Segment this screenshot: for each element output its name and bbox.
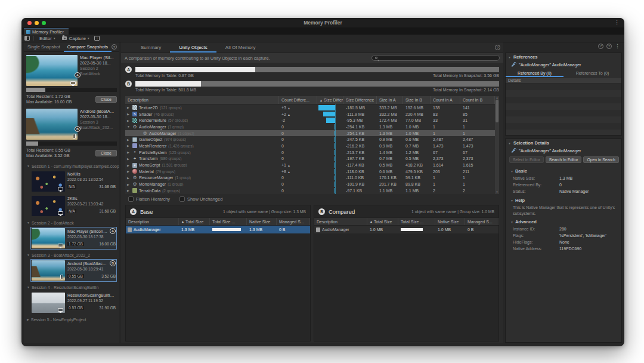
titlebar[interactable]: Memory Profiler ⋮ [21, 18, 624, 27]
import-snapshot-icon[interactable]: ↓ [94, 36, 100, 41]
table-row[interactable]: ▶ParticleSystem(125 groups)0-213.7 KB1.4… [125, 149, 495, 156]
table-row[interactable]: ▼AudioManager(1 group)0-254.1 KB1.3 MB1.… [125, 124, 495, 130]
compared-row-audiomanager[interactable]: AudioManager 1.0 MB 1.0 MB 0 B [314, 226, 499, 233]
column-native-size[interactable]: Native Size [435, 218, 465, 225]
table-row[interactable]: AudioManager(1 object)0-254.1 KB1.3 MB1.… [125, 130, 495, 137]
session-header[interactable]: ▼Session 1 - com.unity.multiplayer.sampl… [24, 162, 119, 170]
column-total-size-bar[interactable]: Total Size ... [210, 218, 247, 225]
search-field[interactable] [371, 55, 500, 61]
panel-menu-icon[interactable]: ⋮ [615, 43, 620, 49]
panel-toggle-icon[interactable] [24, 36, 30, 41]
column-count-in-a[interactable]: Count In A [431, 96, 460, 104]
caret-down-icon[interactable]: ▼ [127, 125, 131, 128]
table-row[interactable]: ▶GameObject(974 groups)0-247.5 KB0.9 MB0… [125, 136, 495, 143]
caret-right-icon[interactable]: ▶ [127, 183, 131, 186]
column-size-difference-bar[interactable]: ▲Size Differenc... [317, 96, 343, 104]
snapshot-list-item[interactable]: ResolutionScalingBuiltIn_...2022-09-27 1… [30, 291, 117, 314]
table-row[interactable]: ▶MonoScript(1,581 groups)+1▲-117.4 KB0.5… [125, 162, 495, 168]
details-column-header[interactable]: Details [506, 77, 621, 84]
close-window-button[interactable] [27, 21, 32, 25]
session-header[interactable]: ▼Session 3 - BoatAttack_2022_2 [24, 251, 119, 259]
advanced-section-header[interactable]: ▼ Advanced [506, 216, 621, 226]
session-header[interactable]: ▼Session 2 - BoatAttack [24, 219, 119, 226]
table-row[interactable]: ▶Shader(46 groups)+2▲-111.9 MB332.2 MB22… [125, 111, 495, 118]
table-row[interactable]: ▶MonoManager(1 group)0-101.9 KB201.7 KB8… [125, 181, 495, 187]
column-description[interactable]: Description [314, 218, 367, 225]
scroll-down-icon[interactable]: ▼ [496, 190, 499, 194]
column-description[interactable]: Description [126, 218, 179, 225]
help-section-header[interactable]: ▼ Help [506, 195, 621, 204]
tab-single-snapshot[interactable]: Single Snapshot [24, 42, 64, 52]
caret-right-icon[interactable]: ▶ [127, 119, 131, 122]
table-row[interactable]: ▶Texture2D(121 groups)+3▲-180.5 MB333.2 … [125, 104, 495, 111]
table-row[interactable]: ▶Transform(680 groups)0-197.7 KB0.7 MB0.… [125, 156, 495, 162]
caret-right-icon[interactable]: ▶ [127, 106, 131, 109]
references-header[interactable]: ▼ References [506, 53, 621, 61]
tab-summary[interactable]: Summary [132, 42, 170, 53]
tab-compare-snapshots[interactable]: Compare Snapshots [64, 42, 112, 52]
zoom-window-button[interactable] [42, 21, 46, 25]
capture-dropdown[interactable]: Capture ▾ [60, 36, 91, 41]
snapshot-list-item[interactable]: Mac Player (Silicon) - ...A2022-05-30 18… [30, 227, 117, 250]
table-row[interactable]: ▶ResourceManager(1 group)0-111.0 KB170.1… [125, 175, 495, 182]
flatten-hierarchy-checkbox[interactable]: Flatten Hierarchy [128, 196, 170, 202]
column-description[interactable]: Description [125, 96, 279, 104]
tab-referenced-by[interactable]: Referenced By (0) [506, 69, 564, 77]
close-snapshot-button[interactable]: Close [95, 150, 117, 156]
snapshot-list-item[interactable]: Android (BoatAttack (...B2022-05-30 18:2… [30, 259, 117, 282]
column-size-difference[interactable]: Size Difference [343, 96, 377, 104]
help-icon[interactable] [598, 44, 603, 49]
minimize-window-button[interactable] [35, 21, 39, 25]
help-icon[interactable] [112, 44, 117, 50]
session-header[interactable]: ▶Session 5 - NewEmptyProject [24, 316, 119, 323]
caret-right-icon[interactable]: ▶ [127, 138, 131, 141]
basic-section-header[interactable]: ▼ Basic [506, 165, 621, 175]
column-count-in-b[interactable]: Count In B [460, 96, 495, 104]
snapshot-list-item[interactable]: 2Kills2022-03-21 13:03:42N/A31.68 GB [30, 195, 117, 217]
column-managed-size[interactable]: Managed S... [465, 218, 499, 225]
table-row[interactable]: ▶RenderTexture(57 groups)-2-95.3 MB172.4… [125, 117, 495, 124]
column-count-difference[interactable]: Count Differe... [279, 96, 317, 104]
column-size-in-b[interactable]: Size In B [403, 96, 431, 104]
snapshots-scroll-area[interactable]: A Mac Player (Sil... 2022-05-30 18... Se… [24, 52, 119, 343]
help-icon[interactable] [495, 45, 500, 50]
table-row[interactable]: ▶MeshRenderer(1,426 groups)0-216.2 KB0.9… [125, 143, 495, 149]
references-empty-list[interactable] [506, 84, 621, 135]
caret-right-icon[interactable]: ▶ [127, 112, 131, 116]
table-row[interactable]: ▶Material(79 groups)+8▲-118.0 KB0.6 MB47… [125, 168, 495, 175]
caret-right-icon[interactable]: ▶ [127, 150, 131, 154]
base-row-audiomanager[interactable]: AudioManager 1.3 MB 1.3 MB 0 B [126, 226, 310, 233]
caret-right-icon[interactable]: ▶ [127, 189, 131, 192]
column-total-size[interactable]: ▲Total Size [179, 218, 210, 225]
column-total-size-bar[interactable]: Total Size ... [398, 218, 435, 225]
editor-dropdown[interactable]: Editor ▾ [38, 36, 57, 41]
tab-unity-objects[interactable]: Unity Objects [170, 42, 216, 53]
search-input[interactable] [380, 56, 487, 60]
table-row[interactable]: ▶TerrainData(2 groups)0-97.1 KB1.1 MB1.1… [125, 187, 495, 194]
search-in-editor-button[interactable]: Search In Editor [546, 156, 582, 163]
column-total-size[interactable]: ▲Total Size [367, 218, 398, 225]
caret-right-icon[interactable]: ▶ [127, 164, 131, 167]
selection-details-header[interactable]: ▼ Selection Details [506, 139, 621, 147]
open-snapshot-card-a[interactable]: A Mac Player (Sil... 2022-05-30 18... Se… [26, 55, 117, 104]
window-menu-icon[interactable]: ⋮ [614, 19, 620, 25]
tab-all-of-memory[interactable]: All Of Memory [216, 42, 265, 53]
open-snapshot-card-b[interactable]: B Android (BoatA... 2022-05-30 18... Ses… [26, 109, 117, 158]
caret-right-icon[interactable]: ▶ [127, 176, 131, 180]
table-scrollbar[interactable]: ▲ ▼ [495, 96, 499, 194]
column-managed-size[interactable]: Managed S... [277, 218, 310, 225]
caret-right-icon[interactable]: ▶ [127, 144, 131, 147]
show-unchanged-checkbox[interactable]: Show Unchanged [179, 196, 222, 202]
caret-right-icon[interactable]: ▶ [127, 157, 131, 161]
close-snapshot-button[interactable]: Close [95, 96, 117, 103]
tab-references-to[interactable]: References To (0) [564, 69, 621, 77]
column-size-in-a[interactable]: Size In A [377, 96, 403, 104]
snapshot-list-item[interactable]: NoKills2022-03-21 13:02:54N/A31.68 GB [30, 170, 117, 193]
scrollbar-thumb[interactable] [496, 100, 499, 122]
open-in-search-button[interactable]: Open in Search [583, 156, 618, 163]
session-header[interactable]: ▼Session 4 - ResolutionScalingBuiltIn [24, 284, 119, 291]
memory-profiler-doc-tab[interactable]: Memory Profiler [24, 28, 69, 35]
info-icon[interactable] [606, 44, 612, 49]
caret-right-icon[interactable]: ▶ [127, 170, 131, 173]
column-native-size[interactable]: Native Size [247, 218, 277, 225]
